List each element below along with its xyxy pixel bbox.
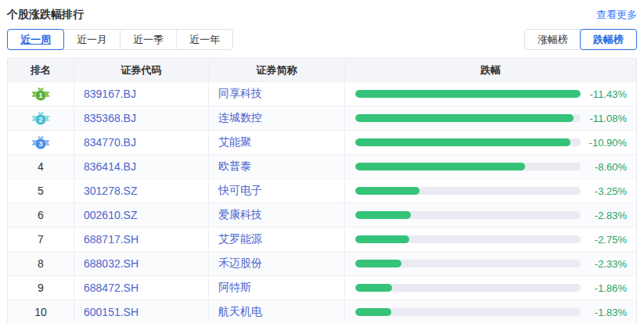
column-header-change: 跌幅 (345, 59, 636, 81)
change-bar-track (355, 260, 581, 267)
change-bar-fill (355, 138, 570, 146)
tab-period-quarter[interactable]: 近一季 (120, 30, 176, 49)
change-cell: -2.33% (345, 252, 636, 275)
change-percent: -2.83% (587, 210, 627, 221)
change-bar-track (355, 187, 581, 195)
change-bar-track (355, 90, 581, 98)
change-cell: -1.86% (345, 276, 636, 300)
table-row[interactable]: 6 002610.SZ 爱康科技 -2.83% (8, 203, 636, 227)
view-more-link[interactable]: 查看更多 (596, 8, 637, 22)
svg-text:3: 3 (38, 140, 42, 148)
rank-cell: 4 (8, 155, 74, 178)
table-row[interactable]: 10 600151.SH 航天机电 -1.83% (8, 300, 636, 323)
stock-name-link[interactable]: 阿特斯 (218, 281, 251, 295)
column-header-rank: 排名 (8, 59, 74, 81)
rank-number: 7 (38, 233, 44, 246)
stock-name-link[interactable]: 欧普泰 (218, 160, 251, 174)
change-bar-fill (355, 163, 525, 170)
table-row[interactable]: 4 836414.BJ 欧普泰 -8.60% (8, 154, 636, 178)
period-tab-group: 近一周 近一月 近一季 近一年 (7, 29, 233, 50)
rank-cell: 8 (8, 252, 74, 275)
table-row[interactable]: 9 688472.SH 阿特斯 -1.86% (8, 275, 636, 300)
table-row[interactable]: 8 688032.SH 禾迈股份 -2.33% (8, 251, 636, 275)
change-bar-fill (355, 90, 581, 98)
table-row[interactable]: 5 301278.SZ 快可电子 -3.25% (8, 178, 636, 203)
change-bar-track (355, 114, 581, 122)
section-header: 个股涨跌幅排行 查看更多 (7, 6, 637, 29)
rank-number: 10 (34, 306, 47, 318)
change-cell: -11.43% (345, 82, 636, 106)
rank-cell: 3 (8, 131, 74, 154)
change-bar-fill (355, 308, 391, 316)
rank-medal-icon: 2 (31, 111, 50, 126)
table-row[interactable]: 7 688717.SH 艾罗能源 -2.75% (8, 227, 636, 251)
change-bar-track (355, 308, 581, 316)
change-bar-fill (355, 235, 409, 243)
stock-code-link[interactable]: 834770.BJ (84, 136, 136, 149)
table-row[interactable]: 1 839167.BJ 同享科技 -11.43% (8, 81, 636, 106)
change-percent: -2.33% (587, 258, 627, 270)
toolbar: 近一周 近一月 近一季 近一年 涨幅榜 跌幅榜 (7, 29, 637, 50)
stock-name-link[interactable]: 连城数控 (218, 111, 262, 125)
rank-cell: 9 (8, 276, 74, 300)
stock-code-link[interactable]: 836414.BJ (84, 160, 136, 173)
rank-medal-icon: 3 (31, 135, 50, 150)
tab-period-week[interactable]: 近一周 (7, 29, 64, 50)
stock-code-link[interactable]: 600151.SH (84, 306, 139, 318)
change-bar-fill (355, 211, 411, 219)
rank-cell: 7 (8, 228, 74, 251)
svg-text:2: 2 (38, 116, 42, 124)
change-bar-track (355, 284, 581, 292)
page-title: 个股涨跌幅排行 (7, 8, 84, 22)
change-bar-fill (355, 260, 401, 267)
rank-cell: 1 (8, 82, 74, 106)
column-header-name: 证券简称 (209, 59, 345, 81)
change-cell: -11.08% (345, 106, 636, 130)
change-bar-fill (355, 284, 392, 292)
change-cell: -2.75% (345, 228, 636, 251)
stock-name-link[interactable]: 爱康科技 (218, 208, 262, 222)
change-bar-track (355, 138, 581, 146)
rank-medal-icon: 1 (31, 87, 50, 102)
stock-code-link[interactable]: 002610.SZ (84, 209, 138, 221)
stock-code-link[interactable]: 688717.SH (84, 233, 139, 246)
table-row[interactable]: 3 834770.BJ 艾能聚 -10.90% (8, 130, 636, 154)
tab-period-year[interactable]: 近一年 (176, 30, 232, 49)
ranking-table: 排名 证券代码 证券简称 跌幅 1 839167.BJ 同享科技 -11.43% (7, 58, 637, 323)
tab-losers-board[interactable]: 跌幅榜 (580, 29, 637, 50)
change-cell: -8.60% (345, 155, 636, 178)
rank-number: 9 (38, 282, 44, 294)
rank-number: 6 (38, 209, 44, 221)
tab-gainers-board[interactable]: 涨幅榜 (525, 30, 581, 49)
column-header-code: 证券代码 (74, 59, 209, 81)
stock-code-link[interactable]: 839167.BJ (84, 88, 136, 100)
table-header-row: 排名 证券代码 证券简称 跌幅 (8, 59, 636, 81)
stock-code-link[interactable]: 301278.SZ (84, 185, 138, 197)
stock-name-link[interactable]: 艾罗能源 (218, 232, 262, 246)
tab-period-month[interactable]: 近一月 (63, 30, 120, 49)
change-cell: -2.83% (345, 203, 636, 227)
stock-name-link[interactable]: 快可电子 (218, 184, 262, 198)
stock-code-link[interactable]: 688032.SH (84, 257, 139, 270)
change-percent: -11.08% (587, 113, 627, 124)
stock-code-link[interactable]: 835368.BJ (84, 112, 136, 124)
change-cell: -3.25% (345, 179, 636, 203)
svg-text:1: 1 (38, 92, 42, 99)
stock-code-link[interactable]: 688472.SH (84, 282, 139, 294)
change-cell: -10.90% (345, 131, 636, 154)
stock-name-link[interactable]: 艾能聚 (218, 135, 251, 149)
change-bar-track (355, 163, 581, 170)
rank-number: 4 (38, 160, 44, 173)
table-row[interactable]: 2 835368.BJ 连城数控 -11.08% (8, 106, 636, 130)
table-body: 1 839167.BJ 同享科技 -11.43% 2 835368.BJ 连城数… (8, 81, 636, 323)
change-percent: -8.60% (587, 161, 627, 173)
change-bar-track (355, 235, 581, 243)
change-bar-track (355, 211, 581, 219)
board-tab-group: 涨幅榜 跌幅榜 (524, 29, 637, 50)
stock-name-link[interactable]: 禾迈股份 (218, 257, 262, 271)
stock-name-link[interactable]: 同享科技 (218, 87, 262, 101)
rank-cell: 10 (8, 300, 74, 323)
stock-name-link[interactable]: 航天机电 (218, 305, 262, 319)
change-percent: -2.75% (587, 234, 627, 246)
rank-cell: 6 (8, 203, 74, 227)
